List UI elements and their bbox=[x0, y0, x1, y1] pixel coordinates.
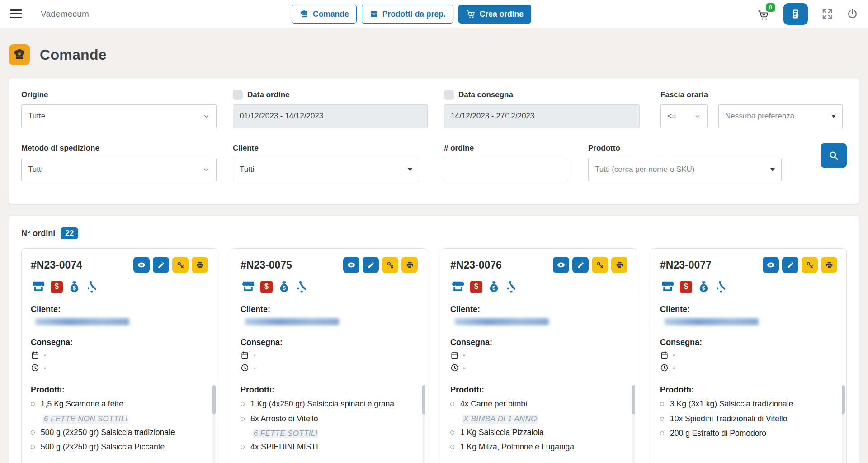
data-ordine-range-input[interactable]: 01/12/2023 - 14/12/2023 bbox=[233, 104, 428, 128]
print-order-button[interactable] bbox=[611, 257, 627, 273]
consegna-label: Consegna: bbox=[660, 338, 837, 347]
italy-icon bbox=[296, 280, 309, 293]
data-consegna-range-input[interactable]: 14/12/2023 - 27/12/2023 bbox=[444, 104, 640, 128]
delivery-time-value: - bbox=[43, 363, 46, 373]
data-ordine-checkbox[interactable] bbox=[233, 90, 243, 100]
power-icon bbox=[847, 8, 858, 19]
scrollbar-thumb[interactable] bbox=[632, 385, 635, 414]
key-icon bbox=[596, 261, 604, 269]
bullet-icon bbox=[241, 417, 245, 421]
filters-panel: Origine Tutte Data ordine 01/12/2023 - 1… bbox=[8, 78, 860, 204]
product-note: X BIMBA DI 1 ANNO bbox=[462, 415, 538, 424]
money-bag-icon: $ bbox=[67, 280, 81, 294]
client-name-redacted bbox=[665, 318, 759, 325]
logout-button[interactable] bbox=[847, 8, 858, 19]
crea-ordine-button[interactable]: Crea ordine bbox=[458, 5, 531, 24]
order-number: #N23-0075 bbox=[241, 259, 292, 271]
key-action-button[interactable] bbox=[382, 257, 398, 273]
key-action-button[interactable] bbox=[172, 257, 189, 273]
cliente-label: Cliente: bbox=[31, 305, 208, 314]
edit-order-button[interactable] bbox=[572, 257, 589, 273]
cart-button[interactable]: 0 bbox=[757, 7, 770, 21]
fascia-oraria-label: Fascia oraria bbox=[660, 90, 708, 99]
dollar-square-icon: $ bbox=[680, 281, 692, 293]
calculator-button[interactable] bbox=[783, 3, 808, 25]
origine-select[interactable]: Tutte bbox=[21, 104, 217, 128]
key-action-button[interactable] bbox=[802, 257, 818, 273]
print-order-button[interactable] bbox=[821, 257, 837, 273]
print-order-button[interactable] bbox=[192, 257, 208, 273]
cliente-label: Cliente: bbox=[241, 305, 418, 314]
italy-icon bbox=[505, 280, 519, 293]
numero-ordine-input[interactable] bbox=[444, 158, 568, 181]
prodotti-da-prep-nav-button[interactable]: Prodotti da prep. bbox=[362, 5, 453, 24]
prodotto-select[interactable]: Tutti (cerca per nome o SKU) bbox=[588, 158, 782, 181]
fullscreen-button[interactable] bbox=[821, 8, 833, 20]
edit-order-button[interactable] bbox=[782, 257, 798, 273]
metodo-spedizione-select[interactable]: Tutti bbox=[21, 158, 217, 181]
product-item: 4x Carne per bimbi bbox=[450, 399, 621, 410]
consegna-label: Consegna: bbox=[31, 338, 208, 347]
bullet-icon bbox=[450, 430, 454, 435]
key-action-button[interactable] bbox=[592, 257, 608, 273]
svg-text:$: $ bbox=[73, 284, 76, 291]
product-item: 500 g (2x250 gr) Salsiccia Piccante bbox=[31, 442, 202, 453]
eye-icon bbox=[347, 260, 356, 269]
card-scrollbar bbox=[422, 385, 425, 463]
caret-down-icon bbox=[408, 168, 412, 171]
printer-icon bbox=[406, 261, 414, 269]
scrollbar-thumb[interactable] bbox=[212, 385, 216, 414]
chef-hat-icon bbox=[299, 9, 309, 19]
search-button[interactable] bbox=[821, 143, 847, 168]
printer-icon bbox=[825, 261, 834, 269]
order-card: #N23-0075 $ $ Cliente: bbox=[231, 248, 427, 463]
pencil-icon bbox=[787, 261, 794, 269]
key-icon bbox=[806, 261, 814, 269]
product-item: 3 Kg (3x1 kg) Salsiccia tradizionale bbox=[660, 399, 831, 410]
orders-count-label: N° ordini bbox=[21, 229, 55, 238]
fascia-oraria-select[interactable]: Nessuna preferenza bbox=[718, 104, 843, 128]
cliente-select[interactable]: Tutti bbox=[233, 158, 419, 181]
print-order-button[interactable] bbox=[401, 257, 418, 273]
scrollbar-thumb[interactable] bbox=[422, 385, 425, 414]
view-order-button[interactable] bbox=[763, 257, 779, 273]
scrollbar-thumb[interactable] bbox=[842, 385, 845, 414]
order-number: #N23-0076 bbox=[450, 259, 502, 271]
view-order-button[interactable] bbox=[553, 257, 569, 273]
top-navbar: Vademecum Comande Prodotti da prep. Crea… bbox=[0, 0, 868, 28]
page-chef-hat-icon bbox=[9, 44, 30, 65]
caret-down-icon bbox=[831, 115, 836, 118]
prodotti-label: Prodotti: bbox=[450, 385, 627, 395]
fascia-operator-select[interactable]: <= bbox=[660, 104, 708, 128]
pencil-icon bbox=[577, 261, 585, 269]
product-note: 6 FETTE SOTTILI bbox=[253, 429, 318, 438]
data-ordine-label: Data ordine bbox=[247, 90, 290, 99]
delivery-time-value: - bbox=[463, 363, 466, 373]
orders-count-badge: 22 bbox=[61, 227, 78, 239]
product-item: 500 g (2x250 gr) Salsiccia tradizionale bbox=[31, 427, 202, 438]
store-icon bbox=[660, 280, 675, 293]
bullet-icon bbox=[241, 402, 245, 406]
numero-ordine-label: # ordine bbox=[444, 144, 474, 153]
printer-icon bbox=[196, 261, 204, 269]
clock-icon bbox=[450, 364, 459, 372]
consegna-label: Consegna: bbox=[450, 338, 627, 347]
page-title: Comande bbox=[40, 47, 107, 63]
view-order-button[interactable] bbox=[133, 257, 150, 273]
edit-order-button[interactable] bbox=[153, 257, 169, 273]
consegna-label: Consegna: bbox=[241, 338, 418, 347]
calculator-icon bbox=[790, 8, 802, 20]
data-consegna-checkbox[interactable] bbox=[444, 90, 454, 100]
prodotti-label: Prodotti: bbox=[660, 385, 837, 395]
client-name-redacted bbox=[455, 318, 549, 325]
svg-text:$: $ bbox=[702, 284, 705, 291]
hamburger-menu-icon[interactable] bbox=[10, 9, 22, 18]
edit-order-button[interactable] bbox=[363, 257, 379, 273]
view-order-button[interactable] bbox=[343, 257, 359, 273]
calendar-icon bbox=[241, 351, 249, 359]
eye-icon bbox=[766, 260, 775, 269]
order-card: #N23-0077 $ $ Cliente: bbox=[651, 248, 847, 463]
bullet-icon bbox=[31, 430, 35, 435]
cliente-filter-label: Cliente bbox=[233, 144, 259, 153]
comande-nav-button[interactable]: Comande bbox=[292, 5, 357, 24]
